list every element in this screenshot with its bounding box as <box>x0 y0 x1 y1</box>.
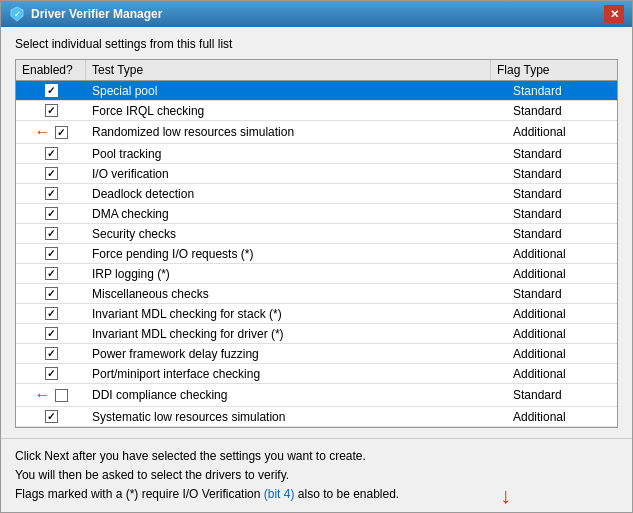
cell-enabled <box>16 284 86 303</box>
checkbox[interactable] <box>45 307 58 320</box>
checkbox[interactable] <box>45 247 58 260</box>
checkbox[interactable] <box>45 410 58 423</box>
checkbox[interactable] <box>45 187 58 200</box>
cell-flag-type: Standard <box>507 224 617 243</box>
table-row[interactable]: Pool trackingStandard <box>16 144 617 164</box>
checkbox[interactable] <box>55 126 68 139</box>
cell-flag-type: Additional <box>507 244 617 263</box>
checkbox[interactable] <box>45 267 58 280</box>
cell-enabled <box>16 264 86 283</box>
table-row[interactable]: I/O verificationStandard <box>16 164 617 184</box>
cell-enabled <box>16 407 86 426</box>
cell-flag-type: Standard <box>507 184 617 203</box>
table-row[interactable]: Force pending I/O requests (*)Additional <box>16 244 617 264</box>
table-row[interactable]: Power framework delay fuzzingAdditional <box>16 344 617 364</box>
cell-flag-type: Standard <box>507 204 617 223</box>
cell-test-type: IRP logging (*) <box>86 264 507 283</box>
cell-test-type: Randomized low resources simulation <box>86 121 507 143</box>
cell-flag-type: Additional <box>507 121 617 143</box>
cell-flag-type: Standard <box>507 384 617 406</box>
table-row[interactable]: Systematic low resources simulationAddit… <box>16 407 617 427</box>
bottom-line1: Click Next after you have selected the s… <box>15 447 618 466</box>
cell-flag-type: Standard <box>507 164 617 183</box>
close-button[interactable]: ✕ <box>604 5 624 23</box>
table-row[interactable]: Security checksStandard <box>16 224 617 244</box>
instruction-text: Select individual settings from this ful… <box>15 37 618 51</box>
bottom-section: Click Next after you have selected the s… <box>1 438 632 513</box>
cell-test-type: Power framework delay fuzzing <box>86 344 507 363</box>
cell-flag-type: Standard <box>507 144 617 163</box>
bottom-line3: Flags marked with a (*) require I/O Veri… <box>15 485 618 504</box>
cell-flag-type: Standard <box>507 284 617 303</box>
table-row[interactable]: IRP logging (*)Additional <box>16 264 617 284</box>
bottom-text: Click Next after you have selected the s… <box>15 447 618 505</box>
cell-enabled <box>16 81 86 100</box>
table-body[interactable]: Special poolStandardForce IRQL checkingS… <box>16 81 617 427</box>
table-row[interactable]: ←DDI compliance checkingStandard <box>16 384 617 407</box>
cell-test-type: DDI compliance checking <box>86 384 507 406</box>
cell-flag-type: Additional <box>507 407 617 426</box>
cell-test-type: Invariant MDL checking for stack (*) <box>86 304 507 323</box>
cell-test-type: DMA checking <box>86 204 507 223</box>
window-title: Driver Verifier Manager <box>31 7 162 21</box>
table-row[interactable]: ←Randomized low resources simulationAddi… <box>16 121 617 144</box>
cell-enabled <box>16 304 86 323</box>
table-row[interactable]: Deadlock detectionStandard <box>16 184 617 204</box>
col-test-type: Test Type <box>86 60 491 80</box>
cell-enabled: ← <box>16 384 86 406</box>
cell-test-type: Invariant MDL checking for driver (*) <box>86 324 507 343</box>
checkbox[interactable] <box>45 207 58 220</box>
title-bar: ✓ Driver Verifier Manager ✕ <box>1 1 632 27</box>
cell-enabled <box>16 101 86 120</box>
left-arrow-indicator: ← <box>35 386 51 404</box>
table-row[interactable]: DMA checkingStandard <box>16 204 617 224</box>
down-arrow-indicator: ↓ <box>500 483 511 509</box>
cell-test-type: Special pool <box>86 81 507 100</box>
checkbox[interactable] <box>45 287 58 300</box>
checkbox[interactable] <box>45 147 58 160</box>
col-enabled: Enabled? <box>16 60 86 80</box>
checkbox[interactable] <box>45 367 58 380</box>
table-row[interactable]: Special poolStandard <box>16 81 617 101</box>
table-row[interactable]: Miscellaneous checksStandard <box>16 284 617 304</box>
shield-icon: ✓ <box>9 6 25 22</box>
checkbox[interactable] <box>55 389 68 402</box>
cell-flag-type: Additional <box>507 324 617 343</box>
cell-enabled <box>16 364 86 383</box>
settings-table: Enabled? Test Type Flag Type Special poo… <box>15 59 618 428</box>
cell-flag-type: Additional <box>507 264 617 283</box>
cell-flag-type: Additional <box>507 344 617 363</box>
checkbox[interactable] <box>45 84 58 97</box>
cell-enabled <box>16 184 86 203</box>
cell-enabled <box>16 164 86 183</box>
table-row[interactable]: Invariant MDL checking for driver (*)Add… <box>16 324 617 344</box>
cell-test-type: Pool tracking <box>86 144 507 163</box>
left-arrow-indicator: ← <box>35 123 51 141</box>
checkbox[interactable] <box>45 167 58 180</box>
cell-test-type: Miscellaneous checks <box>86 284 507 303</box>
main-content: Select individual settings from this ful… <box>1 27 632 438</box>
title-bar-left: ✓ Driver Verifier Manager <box>9 6 162 22</box>
cell-test-type: Security checks <box>86 224 507 243</box>
cell-test-type: Port/miniport interface checking <box>86 364 507 383</box>
table-row[interactable]: Port/miniport interface checkingAddition… <box>16 364 617 384</box>
table-row[interactable]: Invariant MDL checking for stack (*)Addi… <box>16 304 617 324</box>
driver-verifier-window: ✓ Driver Verifier Manager ✕ Select indiv… <box>0 0 633 513</box>
checkbox[interactable] <box>45 227 58 240</box>
checkbox[interactable] <box>45 104 58 117</box>
cell-test-type: I/O verification <box>86 164 507 183</box>
table-row[interactable]: Force IRQL checkingStandard <box>16 101 617 121</box>
checkbox[interactable] <box>45 347 58 360</box>
cell-flag-type: Standard <box>507 101 617 120</box>
cell-enabled: ← <box>16 121 86 143</box>
bottom-line2: You will then be asked to select the dri… <box>15 466 618 485</box>
cell-test-type: Force IRQL checking <box>86 101 507 120</box>
bit4-link[interactable]: (bit 4) <box>264 487 295 501</box>
cell-test-type: Deadlock detection <box>86 184 507 203</box>
cell-enabled <box>16 144 86 163</box>
cell-test-type: Systematic low resources simulation <box>86 407 507 426</box>
cell-flag-type: Standard <box>507 81 617 100</box>
svg-text:✓: ✓ <box>14 10 21 19</box>
table-header: Enabled? Test Type Flag Type <box>16 60 617 81</box>
checkbox[interactable] <box>45 327 58 340</box>
